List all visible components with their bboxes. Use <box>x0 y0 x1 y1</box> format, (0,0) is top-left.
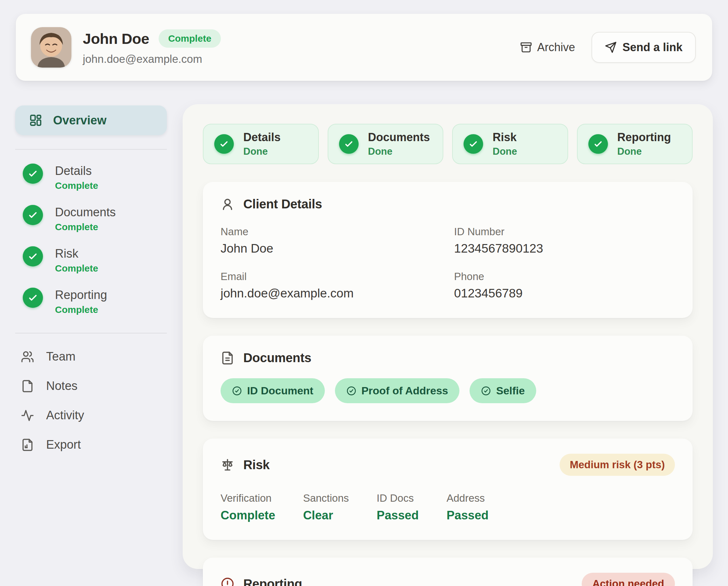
check-circle-icon <box>23 246 43 266</box>
sidebar-item-overview-label: Overview <box>53 114 106 127</box>
send-link-button[interactable]: Send a link <box>592 32 696 63</box>
step-label: Reporting <box>55 288 107 302</box>
status-summary-row: Details Done Documents Done Risk Done <box>203 124 693 164</box>
status-card-title: Documents <box>368 131 430 144</box>
sidebar-item-activity-label: Activity <box>46 408 84 422</box>
status-card-details[interactable]: Details Done <box>203 124 319 164</box>
field-email: Email john.doe@example.com <box>221 271 442 300</box>
client-header: John Doe Complete john.doe@example.com A… <box>16 14 712 81</box>
sidebar-step-reporting[interactable]: Reporting Complete <box>23 288 167 315</box>
check-circle-outline-icon <box>481 386 491 396</box>
client-name: John Doe <box>83 30 149 47</box>
metric-value: Passed <box>377 509 419 522</box>
step-label: Details <box>55 164 98 178</box>
reporting-card: Reporting Action needed Cash transaction… <box>203 558 693 586</box>
sidebar: Overview Details Complete Documents Comp… <box>15 105 167 452</box>
client-details-title: Client Details <box>243 197 322 211</box>
file-text-icon <box>221 351 234 365</box>
field-phone: Phone 0123456789 <box>454 271 675 300</box>
check-circle-icon <box>339 134 359 154</box>
metric-verification: Verification Complete <box>221 492 275 522</box>
alert-circle-icon <box>221 577 234 586</box>
status-card-title: Risk <box>493 131 517 144</box>
check-circle-icon <box>588 134 608 154</box>
file-export-icon <box>21 438 34 452</box>
metric-label: Verification <box>221 492 275 504</box>
sidebar-item-export[interactable]: Export <box>21 438 167 452</box>
file-icon <box>21 379 34 393</box>
status-card-state: Done <box>243 146 281 157</box>
action-needed-badge: Action needed <box>582 573 675 586</box>
check-circle-icon <box>23 288 43 308</box>
status-badge: Complete <box>159 29 221 48</box>
status-card-state: Done <box>493 146 517 157</box>
avatar <box>31 27 71 68</box>
step-status: Complete <box>55 263 98 274</box>
field-value: 0123456789 <box>454 286 675 300</box>
documents-title: Documents <box>243 351 311 365</box>
metric-label: Address <box>447 492 488 504</box>
sidebar-step-risk[interactable]: Risk Complete <box>23 246 167 274</box>
sidebar-item-team[interactable]: Team <box>21 350 167 364</box>
field-label: Name <box>221 226 442 238</box>
archive-icon <box>520 42 532 53</box>
field-value: john.doe@example.com <box>221 286 442 300</box>
status-card-reporting[interactable]: Reporting Done <box>577 124 693 164</box>
send-icon <box>605 42 617 53</box>
check-circle-outline-icon <box>232 386 242 396</box>
document-pill-selfie[interactable]: Selfie <box>470 378 536 403</box>
step-status: Complete <box>55 304 107 315</box>
status-card-state: Done <box>618 146 671 157</box>
check-circle-icon <box>214 134 234 154</box>
status-card-risk[interactable]: Risk Done <box>452 124 568 164</box>
document-pill-id-document[interactable]: ID Document <box>221 378 325 403</box>
user-icon <box>221 197 234 211</box>
client-email: john.doe@example.com <box>83 53 221 65</box>
client-details-card: Client Details Name John Doe ID Number 1… <box>203 182 693 318</box>
metric-value: Clear <box>303 509 349 522</box>
step-status: Complete <box>55 180 98 191</box>
sidebar-item-team-label: Team <box>46 350 76 364</box>
metric-value: Complete <box>221 509 275 522</box>
sidebar-step-documents[interactable]: Documents Complete <box>23 205 167 232</box>
metric-id-docs: ID Docs Passed <box>377 492 419 522</box>
step-label: Documents <box>55 206 116 219</box>
sidebar-divider <box>15 149 167 150</box>
document-pill-label: Selfie <box>496 384 525 397</box>
sidebar-item-overview[interactable]: Overview <box>15 105 167 135</box>
overview-panel: Details Done Documents Done Risk Done <box>183 104 713 569</box>
risk-card: Risk Medium risk (3 pts) Verification Co… <box>203 438 693 540</box>
users-icon <box>21 350 34 364</box>
metric-label: ID Docs <box>377 492 419 504</box>
status-card-title: Details <box>243 131 281 144</box>
document-pill-proof-of-address[interactable]: Proof of Address <box>335 378 460 403</box>
archive-button[interactable]: Archive <box>520 41 575 54</box>
field-value: 1234567890123 <box>454 242 675 256</box>
send-link-button-label: Send a link <box>623 41 682 54</box>
status-card-documents[interactable]: Documents Done <box>328 124 444 164</box>
status-card-state: Done <box>368 146 430 157</box>
sidebar-item-notes[interactable]: Notes <box>21 379 167 393</box>
activity-pulse-icon <box>21 409 34 422</box>
field-label: Email <box>221 271 442 283</box>
check-circle-icon <box>463 134 483 154</box>
metric-sanctions: Sanctions Clear <box>303 492 349 522</box>
field-name: Name John Doe <box>221 226 442 256</box>
document-pill-label: ID Document <box>247 384 313 397</box>
metric-value: Passed <box>447 509 488 522</box>
documents-card: Documents ID Document Proof of Address <box>203 336 693 421</box>
metric-address: Address Passed <box>447 492 488 522</box>
sidebar-step-details[interactable]: Details Complete <box>23 164 167 191</box>
field-label: ID Number <box>454 226 675 238</box>
risk-title: Risk <box>243 458 270 472</box>
check-circle-icon <box>23 205 43 225</box>
archive-button-label: Archive <box>537 41 575 54</box>
risk-level-badge: Medium risk (3 pts) <box>559 454 675 476</box>
check-circle-outline-icon <box>346 386 356 396</box>
check-circle-icon <box>23 164 43 184</box>
field-id-number: ID Number 1234567890123 <box>454 226 675 256</box>
sidebar-item-notes-label: Notes <box>46 379 77 393</box>
sidebar-item-activity[interactable]: Activity <box>21 408 167 422</box>
sidebar-item-export-label: Export <box>46 438 81 452</box>
metric-label: Sanctions <box>303 492 349 504</box>
